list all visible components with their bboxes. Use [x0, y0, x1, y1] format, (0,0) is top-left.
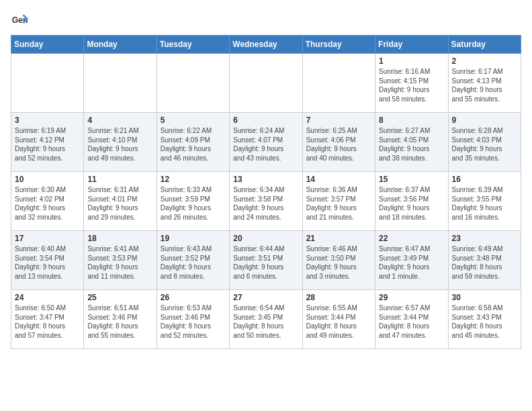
day-number: 11	[87, 175, 152, 184]
day-number: 3	[15, 116, 80, 125]
cell-details: Sunrise: 6:58 AM Sunset: 3:43 PM Dayligh…	[452, 304, 517, 340]
logo-icon: Gen	[11, 11, 30, 30]
day-number: 22	[379, 234, 444, 243]
day-number: 28	[306, 293, 371, 302]
weekday-header: Saturday	[448, 36, 521, 54]
day-number: 6	[233, 116, 298, 125]
day-number: 10	[15, 175, 80, 184]
weekday-header: Tuesday	[157, 36, 229, 54]
day-number: 9	[452, 116, 517, 125]
calendar-week-row: 10Sunrise: 6:30 AM Sunset: 4:02 PM Dayli…	[11, 172, 521, 231]
day-number: 13	[233, 175, 298, 184]
calendar-table: SundayMondayTuesdayWednesdayThursdayFrid…	[11, 35, 521, 349]
calendar-cell: 6Sunrise: 6:24 AM Sunset: 4:07 PM Daylig…	[230, 113, 302, 172]
calendar-week-row: 3Sunrise: 6:19 AM Sunset: 4:12 PM Daylig…	[11, 113, 521, 172]
calendar-cell: 4Sunrise: 6:21 AM Sunset: 4:10 PM Daylig…	[84, 113, 157, 172]
logo: Gen	[11, 11, 32, 30]
cell-details: Sunrise: 6:41 AM Sunset: 3:53 PM Dayligh…	[87, 244, 152, 281]
calendar-cell: 16Sunrise: 6:39 AM Sunset: 3:55 PM Dayli…	[448, 172, 521, 231]
calendar-cell: 9Sunrise: 6:28 AM Sunset: 4:03 PM Daylig…	[448, 113, 521, 172]
calendar-cell: 7Sunrise: 6:25 AM Sunset: 4:06 PM Daylig…	[302, 113, 375, 172]
cell-details: Sunrise: 6:39 AM Sunset: 3:55 PM Dayligh…	[452, 185, 517, 222]
calendar-cell: 23Sunrise: 6:49 AM Sunset: 3:48 PM Dayli…	[448, 231, 521, 290]
day-number: 1	[379, 56, 444, 66]
cell-details: Sunrise: 6:17 AM Sunset: 4:13 PM Dayligh…	[452, 67, 517, 103]
day-number: 5	[161, 116, 226, 125]
calendar-cell: 2Sunrise: 6:17 AM Sunset: 4:13 PM Daylig…	[448, 54, 521, 113]
day-number: 16	[452, 175, 517, 184]
cell-details: Sunrise: 6:31 AM Sunset: 4:01 PM Dayligh…	[87, 185, 152, 222]
day-number: 8	[379, 116, 444, 125]
calendar-cell: 25Sunrise: 6:51 AM Sunset: 3:46 PM Dayli…	[84, 290, 157, 349]
day-number: 25	[87, 293, 152, 302]
calendar-cell: 8Sunrise: 6:27 AM Sunset: 4:05 PM Daylig…	[375, 113, 448, 172]
cell-details: Sunrise: 6:30 AM Sunset: 4:02 PM Dayligh…	[15, 185, 80, 222]
calendar-cell: 17Sunrise: 6:40 AM Sunset: 3:54 PM Dayli…	[11, 231, 84, 290]
calendar-cell: 3Sunrise: 6:19 AM Sunset: 4:12 PM Daylig…	[11, 113, 84, 172]
cell-details: Sunrise: 6:28 AM Sunset: 4:03 PM Dayligh…	[452, 126, 517, 163]
calendar-cell: 12Sunrise: 6:33 AM Sunset: 3:59 PM Dayli…	[157, 172, 229, 231]
day-number: 4	[87, 116, 152, 125]
calendar-cell: 29Sunrise: 6:57 AM Sunset: 3:44 PM Dayli…	[375, 290, 448, 349]
cell-details: Sunrise: 6:34 AM Sunset: 3:58 PM Dayligh…	[233, 185, 298, 222]
day-number: 18	[87, 234, 152, 243]
header: Gen	[11, 11, 521, 30]
calendar-cell	[230, 54, 302, 113]
cell-details: Sunrise: 6:25 AM Sunset: 4:06 PM Dayligh…	[306, 126, 371, 163]
calendar-cell: 1Sunrise: 6:16 AM Sunset: 4:15 PM Daylig…	[375, 54, 448, 113]
day-number: 29	[379, 293, 444, 302]
cell-details: Sunrise: 6:21 AM Sunset: 4:10 PM Dayligh…	[87, 126, 152, 163]
cell-details: Sunrise: 6:22 AM Sunset: 4:09 PM Dayligh…	[161, 126, 226, 163]
cell-details: Sunrise: 6:55 AM Sunset: 3:44 PM Dayligh…	[306, 304, 371, 340]
cell-details: Sunrise: 6:53 AM Sunset: 3:46 PM Dayligh…	[161, 304, 226, 340]
cell-details: Sunrise: 6:46 AM Sunset: 3:50 PM Dayligh…	[306, 244, 371, 281]
day-number: 19	[161, 234, 226, 243]
day-number: 17	[15, 234, 80, 243]
weekday-header: Thursday	[302, 36, 375, 54]
cell-details: Sunrise: 6:37 AM Sunset: 3:56 PM Dayligh…	[379, 185, 444, 222]
calendar-cell: 20Sunrise: 6:44 AM Sunset: 3:51 PM Dayli…	[230, 231, 302, 290]
cell-details: Sunrise: 6:43 AM Sunset: 3:52 PM Dayligh…	[161, 244, 226, 281]
day-number: 27	[233, 293, 298, 302]
weekday-header: Wednesday	[230, 36, 302, 54]
calendar-cell: 18Sunrise: 6:41 AM Sunset: 3:53 PM Dayli…	[84, 231, 157, 290]
day-number: 23	[452, 234, 517, 243]
cell-details: Sunrise: 6:57 AM Sunset: 3:44 PM Dayligh…	[379, 304, 444, 340]
cell-details: Sunrise: 6:44 AM Sunset: 3:51 PM Dayligh…	[233, 244, 298, 281]
calendar-week-row: 24Sunrise: 6:50 AM Sunset: 3:47 PM Dayli…	[11, 290, 521, 349]
cell-details: Sunrise: 6:16 AM Sunset: 4:15 PM Dayligh…	[379, 67, 444, 103]
calendar-cell: 24Sunrise: 6:50 AM Sunset: 3:47 PM Dayli…	[11, 290, 84, 349]
calendar-week-row: 17Sunrise: 6:40 AM Sunset: 3:54 PM Dayli…	[11, 231, 521, 290]
cell-details: Sunrise: 6:36 AM Sunset: 3:57 PM Dayligh…	[306, 185, 371, 222]
calendar-cell	[11, 54, 84, 113]
calendar-cell: 26Sunrise: 6:53 AM Sunset: 3:46 PM Dayli…	[157, 290, 229, 349]
calendar-cell: 21Sunrise: 6:46 AM Sunset: 3:50 PM Dayli…	[302, 231, 375, 290]
calendar-cell: 15Sunrise: 6:37 AM Sunset: 3:56 PM Dayli…	[375, 172, 448, 231]
cell-details: Sunrise: 6:33 AM Sunset: 3:59 PM Dayligh…	[161, 185, 226, 222]
weekday-header-row: SundayMondayTuesdayWednesdayThursdayFrid…	[11, 36, 521, 54]
day-number: 12	[161, 175, 226, 184]
calendar-cell: 10Sunrise: 6:30 AM Sunset: 4:02 PM Dayli…	[11, 172, 84, 231]
cell-details: Sunrise: 6:24 AM Sunset: 4:07 PM Dayligh…	[233, 126, 298, 163]
cell-details: Sunrise: 6:27 AM Sunset: 4:05 PM Dayligh…	[379, 126, 444, 163]
day-number: 24	[15, 293, 80, 302]
day-number: 2	[452, 56, 517, 66]
cell-details: Sunrise: 6:19 AM Sunset: 4:12 PM Dayligh…	[15, 126, 80, 163]
calendar-week-row: 1Sunrise: 6:16 AM Sunset: 4:15 PM Daylig…	[11, 54, 521, 113]
calendar-cell: 27Sunrise: 6:54 AM Sunset: 3:45 PM Dayli…	[230, 290, 302, 349]
cell-details: Sunrise: 6:54 AM Sunset: 3:45 PM Dayligh…	[233, 304, 298, 340]
day-number: 15	[379, 175, 444, 184]
calendar-cell: 22Sunrise: 6:47 AM Sunset: 3:49 PM Dayli…	[375, 231, 448, 290]
weekday-header: Monday	[84, 36, 157, 54]
calendar-cell: 19Sunrise: 6:43 AM Sunset: 3:52 PM Dayli…	[157, 231, 229, 290]
day-number: 21	[306, 234, 371, 243]
calendar-cell: 30Sunrise: 6:58 AM Sunset: 3:43 PM Dayli…	[448, 290, 521, 349]
calendar-cell: 11Sunrise: 6:31 AM Sunset: 4:01 PM Dayli…	[84, 172, 157, 231]
cell-details: Sunrise: 6:50 AM Sunset: 3:47 PM Dayligh…	[15, 304, 80, 340]
calendar-cell	[302, 54, 375, 113]
day-number: 26	[161, 293, 226, 302]
calendar-cell: 14Sunrise: 6:36 AM Sunset: 3:57 PM Dayli…	[302, 172, 375, 231]
calendar-cell: 5Sunrise: 6:22 AM Sunset: 4:09 PM Daylig…	[157, 113, 229, 172]
day-number: 20	[233, 234, 298, 243]
day-number: 30	[452, 293, 517, 302]
